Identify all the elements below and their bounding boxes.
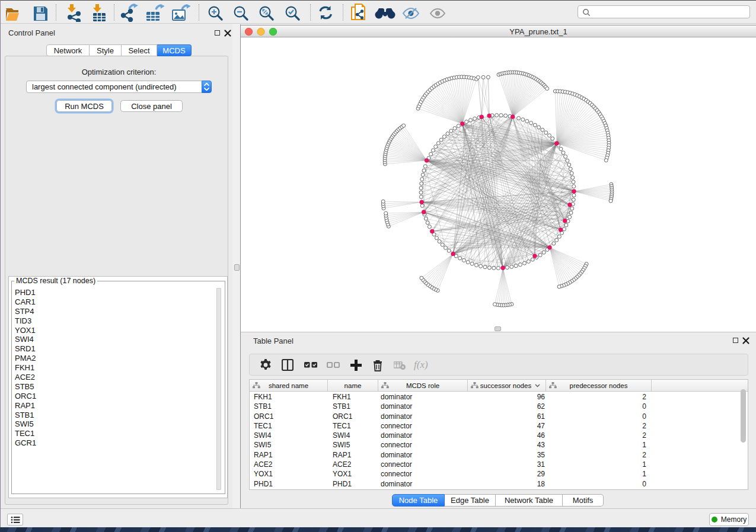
svg-text:f(x): f(x) [414,359,428,370]
